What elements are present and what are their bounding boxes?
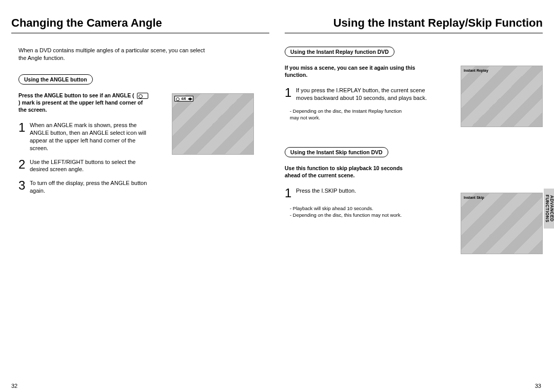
- step-num: 1: [285, 87, 293, 102]
- page-num-right: 33: [535, 383, 541, 389]
- skip-step-1: 1 Press the I.SKIP button.: [285, 187, 428, 199]
- step-1: 1 When an ANGLE mark is shown, press the…: [18, 121, 152, 152]
- step-text: Press the I.SKIP button.: [296, 187, 356, 199]
- right-page: Using the Instant Replay/Skip Function U…: [285, 16, 543, 375]
- angle-instr-a: Press the ANGLE button to see if an ANGL…: [18, 92, 131, 98]
- left-page: Changing the Camera Angle When a DVD con…: [11, 16, 269, 375]
- replay-instruction: If you miss a scene, you can see it agai…: [285, 64, 418, 78]
- skip-instruction: Use this function to skip playback 10 se…: [285, 164, 418, 179]
- step-text: To turn off the display, press the ANGLE…: [30, 179, 152, 195]
- skip-pill: Using the Instant Skip function DVD: [285, 147, 388, 157]
- lr-arrow-icon: ◀▶: [188, 97, 192, 101]
- skip-screenshot: Instant Skip: [461, 193, 543, 254]
- step-num: 2: [18, 158, 27, 174]
- skip-steps: 1 Press the I.SKIP button.: [285, 187, 428, 199]
- step-num: 3: [18, 179, 27, 195]
- angle-badge-text: 4/6: [181, 97, 186, 100]
- skip-shot-label: Instant Skip: [464, 196, 484, 199]
- replay-pill: Using the Instant Replay function DVD: [285, 47, 394, 57]
- angle-instruction: Press the ANGLE button to see if an ANGL…: [18, 92, 152, 114]
- step-num: 1: [285, 187, 293, 199]
- right-title: Using the Instant Replay/Skip Function: [285, 16, 543, 33]
- step-2: 2 Use the LEFT/RIGHT buttons to select t…: [18, 158, 152, 174]
- step-num: 1: [18, 121, 27, 152]
- side-tab: ADVANCED FUNCTIONS: [544, 189, 554, 229]
- left-intro: When a DVD contains multiple angles of a…: [18, 47, 213, 62]
- replay-shot-label: Instant Replay: [464, 69, 488, 72]
- note-line: Depending on the disc, this function may…: [290, 212, 408, 219]
- angle-mark-icon: [137, 93, 148, 99]
- replay-screenshot: Instant Replay: [461, 66, 543, 127]
- page-spread: Changing the Camera Angle When a DVD con…: [11, 16, 543, 375]
- step-text: Use the LEFT/RIGHT buttons to select the…: [30, 158, 152, 174]
- skip-notes: Playback will skip ahead 10 seconds. Dep…: [290, 205, 408, 219]
- replay-step-1: 1 If you press the I.REPLAY button, the …: [285, 87, 428, 102]
- replay-steps: 1 If you press the I.REPLAY button, the …: [285, 87, 428, 102]
- angle-pill: Using the ANGLE button: [18, 74, 93, 85]
- angle-instr-b: mark is present at the upper left hand c…: [18, 99, 143, 113]
- angle-steps: 1 When an ANGLE mark is shown, press the…: [18, 121, 152, 195]
- angle-badge: 4/6 ◀▶: [174, 96, 193, 101]
- step-text: When an ANGLE mark is shown, press the A…: [30, 121, 152, 152]
- angle-screenshot: 4/6 ◀▶: [172, 93, 254, 155]
- step-text: If you press the I.REPLAY button, the cu…: [296, 87, 428, 102]
- left-title: Changing the Camera Angle: [11, 16, 269, 33]
- side-tab-label: ADVANCED FUNCTIONS: [544, 189, 554, 229]
- replay-note: Depending on the disc, the Instant Repla…: [290, 108, 408, 121]
- note-line: Depending on the disc, the Instant Repla…: [290, 108, 408, 121]
- page-num-left: 32: [11, 383, 17, 389]
- note-line: Playback will skip ahead 10 seconds.: [290, 205, 408, 212]
- step-3: 3 To turn off the display, press the ANG…: [18, 179, 152, 195]
